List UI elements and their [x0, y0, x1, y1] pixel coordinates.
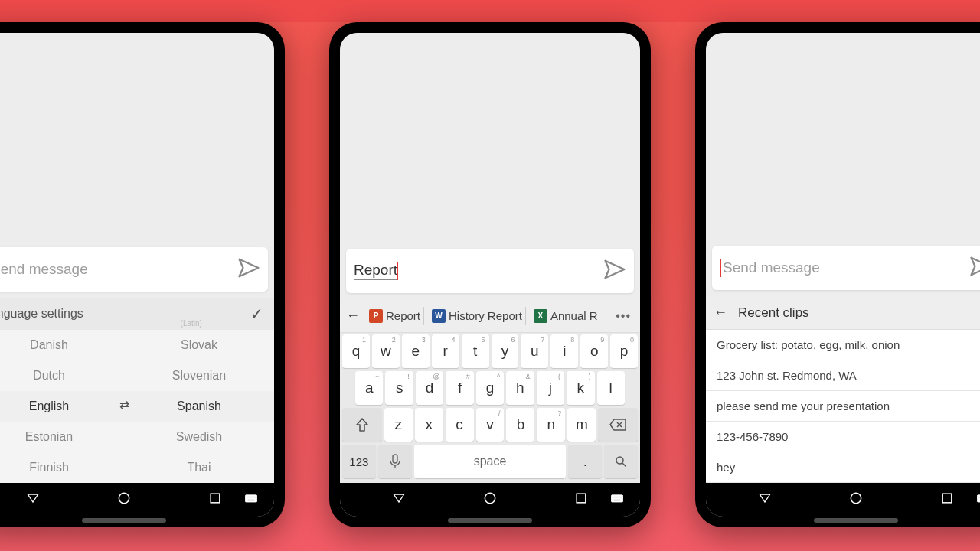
- send-icon[interactable]: [969, 255, 980, 281]
- screen-right: Send message ← Recent clips Grocery list…: [706, 33, 980, 517]
- key-search-icon[interactable]: [604, 445, 638, 478]
- key-d[interactable]: d@: [416, 371, 443, 405]
- key-123[interactable]: 123: [342, 445, 376, 478]
- message-input[interactable]: Send message: [0, 260, 237, 279]
- key-o[interactable]: o9: [580, 334, 608, 368]
- phone-handle: [448, 518, 532, 523]
- nav-keyboard-icon[interactable]: [609, 491, 625, 509]
- text-caret: [720, 259, 721, 277]
- android-navbar: [0, 483, 274, 517]
- placeholder: Send message: [723, 259, 820, 276]
- nav-recent-icon[interactable]: [939, 491, 955, 509]
- phone-left: Send message Language settings ✓ (Latin)…: [0, 22, 285, 527]
- key-m[interactable]: m: [567, 408, 596, 442]
- key-h[interactable]: h&: [506, 371, 534, 405]
- key-p[interactable]: p0: [610, 334, 638, 368]
- lang-item-left[interactable]: Finnish: [0, 452, 124, 483]
- nav-keyboard-icon[interactable]: [243, 491, 259, 509]
- clip-item[interactable]: hey: [706, 452, 980, 483]
- key-t[interactable]: t5: [462, 334, 489, 368]
- doc-chip[interactable]: PReport: [366, 307, 424, 325]
- key-r[interactable]: r4: [432, 334, 459, 368]
- nav-back-icon[interactable]: [757, 491, 773, 509]
- svg-rect-6: [253, 497, 254, 498]
- doc-suggestion-strip: ← PReportWHistory ReportXAnnual R •••: [340, 299, 640, 333]
- key-g[interactable]: g^: [476, 371, 504, 405]
- wd-icon: W: [432, 309, 446, 323]
- key-q[interactable]: q1: [342, 334, 370, 368]
- placeholder: Send message: [0, 261, 88, 278]
- doc-chip[interactable]: WHistory Report: [429, 307, 526, 325]
- key-shift-icon[interactable]: [342, 408, 382, 442]
- phone-handle: [814, 518, 898, 523]
- svg-point-0: [119, 493, 129, 503]
- key-s[interactable]: s!: [385, 371, 413, 405]
- language-panel-header: Language settings ✓: [0, 298, 274, 330]
- key-b[interactable]: b: [506, 408, 534, 442]
- nav-home-icon[interactable]: [848, 491, 864, 509]
- panel-title: Language settings: [0, 307, 83, 321]
- key-f[interactable]: f#: [446, 371, 473, 405]
- key-e[interactable]: e3: [402, 334, 430, 368]
- lang-item-right[interactable]: Slovenian: [124, 360, 274, 391]
- doc-chip-label: History Report: [449, 309, 522, 322]
- lang-item-right[interactable]: Swedish: [124, 422, 274, 452]
- clip-item[interactable]: Grocery list: potato, egg, milk, onion: [706, 330, 980, 360]
- key-z[interactable]: z: [384, 408, 413, 442]
- message-input[interactable]: Send message: [720, 259, 969, 277]
- svg-rect-3: [247, 497, 248, 498]
- clip-item[interactable]: please send me your presentation: [706, 391, 980, 422]
- key-u[interactable]: u7: [521, 334, 548, 368]
- more-icon[interactable]: •••: [611, 309, 635, 323]
- back-icon[interactable]: ←: [714, 305, 727, 321]
- key-v[interactable]: v/: [476, 408, 505, 442]
- key-backspace-icon[interactable]: [598, 408, 638, 442]
- key-mic-icon[interactable]: [378, 445, 412, 478]
- key-y[interactable]: y6: [492, 334, 519, 368]
- key-n[interactable]: n?: [537, 408, 565, 442]
- lang-item-left[interactable]: Danish: [0, 330, 124, 360]
- svg-rect-20: [616, 497, 618, 498]
- svg-rect-5: [250, 497, 252, 498]
- page-top-bar: [0, 0, 980, 22]
- message-input-container: Send message: [0, 247, 268, 292]
- key-c[interactable]: c': [446, 408, 474, 442]
- phones-row: Send message Language settings ✓ (Latin)…: [0, 22, 980, 551]
- language-columns: (Latin) DanishDutchEnglishEstonianFinnis…: [0, 330, 274, 483]
- lang-item-left[interactable]: English: [0, 391, 124, 422]
- clip-item[interactable]: 123-456-7890: [706, 422, 980, 452]
- key-space[interactable]: space: [414, 445, 567, 478]
- key-j[interactable]: j(: [537, 371, 564, 405]
- nav-home-icon[interactable]: [116, 491, 132, 509]
- key-dot[interactable]: .: [568, 445, 602, 478]
- doc-chip[interactable]: XAnnual R: [531, 307, 601, 325]
- nav-back-icon[interactable]: [391, 491, 407, 509]
- nav-back-icon[interactable]: [25, 491, 41, 509]
- send-icon[interactable]: [603, 258, 626, 284]
- key-x[interactable]: x: [415, 408, 443, 442]
- lang-item-left[interactable]: Dutch: [0, 360, 124, 391]
- lang-item-left[interactable]: Estonian: [0, 422, 124, 452]
- back-icon[interactable]: ←: [345, 308, 361, 324]
- phone-center: Report ← PReportWHistory ReportXAnnual R…: [329, 22, 651, 527]
- clip-item[interactable]: 123 John st. Redmond, WA: [706, 360, 980, 391]
- key-l[interactable]: l: [597, 371, 625, 405]
- language-panel: Language settings ✓ (Latin) DanishDutchE…: [0, 298, 274, 483]
- nav-keyboard-icon[interactable]: [975, 491, 980, 509]
- svg-point-15: [485, 493, 495, 503]
- key-k[interactable]: k): [567, 371, 594, 405]
- svg-rect-1: [211, 494, 220, 503]
- key-i[interactable]: i8: [550, 334, 578, 368]
- lang-item-right[interactable]: Thai: [124, 452, 274, 483]
- nav-recent-icon[interactable]: [207, 491, 223, 509]
- lang-item-right[interactable]: Slovak: [124, 330, 274, 360]
- message-input[interactable]: Report: [354, 262, 603, 280]
- key-a[interactable]: a~: [355, 371, 383, 405]
- check-icon[interactable]: ✓: [250, 305, 263, 323]
- swap-icon[interactable]: ⇄: [119, 397, 129, 412]
- nav-home-icon[interactable]: [482, 491, 498, 509]
- key-w[interactable]: w2: [372, 334, 400, 368]
- lang-item-right[interactable]: Spanish: [124, 391, 274, 422]
- nav-recent-icon[interactable]: [573, 491, 589, 509]
- send-icon[interactable]: [237, 256, 260, 282]
